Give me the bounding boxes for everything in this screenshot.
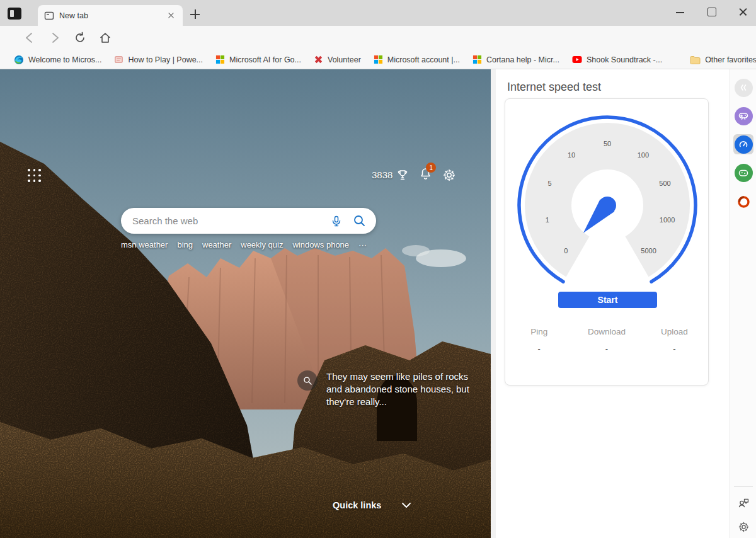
background-photo bbox=[0, 69, 491, 538]
web-search-box[interactable] bbox=[121, 208, 376, 234]
feedback-icon bbox=[738, 497, 750, 509]
speed-test-icon bbox=[738, 139, 748, 149]
titlebar: New tab bbox=[0, 0, 756, 26]
speed-test-panel: Internet speed test 0 1 5 10 50 100 500 … bbox=[496, 69, 730, 538]
sidebar-tool-speed-test[interactable] bbox=[733, 134, 753, 154]
gauge-tick-label: 1000 bbox=[660, 216, 675, 224]
gauge-tick-label: 500 bbox=[659, 180, 670, 187]
start-test-button[interactable]: Start bbox=[558, 292, 657, 308]
tab-title: New tab bbox=[59, 11, 166, 20]
gauge-tick-label: 10 bbox=[568, 151, 575, 159]
edge-favicon-icon bbox=[14, 55, 24, 65]
gauge-tick-label: 1 bbox=[546, 216, 549, 224]
close-button[interactable] bbox=[736, 5, 751, 19]
bookmark-label: How to Play | Powe... bbox=[128, 55, 203, 64]
metric-ping: Ping - bbox=[505, 327, 573, 353]
metric-value: - bbox=[641, 344, 708, 353]
gauge-tick-label: 50 bbox=[604, 140, 611, 147]
sidebar-tool-assistant[interactable] bbox=[733, 163, 753, 183]
bookmark-label: Welcome to Micros... bbox=[28, 55, 101, 64]
gauge-tick-label: 100 bbox=[638, 151, 649, 159]
gear-icon bbox=[738, 521, 750, 533]
gauge-tick-label: 5000 bbox=[641, 247, 656, 255]
metric-label: Ping bbox=[505, 327, 573, 336]
minimize-button[interactable] bbox=[673, 5, 688, 19]
other-favorites-label: Other favorites bbox=[705, 55, 756, 64]
search-submit-icon[interactable] bbox=[353, 214, 366, 227]
bookmarks-bar: Welcome to Micros... How to Play | Powe.… bbox=[0, 50, 756, 69]
maximize-button[interactable] bbox=[704, 5, 719, 19]
forward-icon[interactable] bbox=[48, 31, 62, 45]
metric-value: - bbox=[505, 344, 573, 353]
trending-item[interactable]: windows phone bbox=[292, 240, 349, 249]
new-tab-button[interactable] bbox=[189, 8, 202, 21]
bookmark-item[interactable]: Microsoft account |... bbox=[369, 53, 465, 66]
youtube-favicon-icon bbox=[572, 55, 582, 64]
sidebar-collapse-button[interactable] bbox=[733, 77, 753, 98]
sidebar-settings-button[interactable] bbox=[733, 517, 753, 537]
trending-item[interactable]: bing bbox=[177, 240, 193, 249]
microsoft-favicon-icon bbox=[215, 55, 225, 64]
other-favorites[interactable]: Other favorites bbox=[685, 54, 756, 66]
caption-text: They may seem like piles of rocks and ab… bbox=[326, 370, 478, 408]
toolbar: ⋯ bbox=[0, 26, 756, 50]
bookmark-label: Microsoft AI for Go... bbox=[229, 55, 301, 64]
rewards-counter[interactable]: 3838 bbox=[372, 169, 409, 181]
caption-search-icon[interactable] bbox=[297, 370, 318, 391]
microsoft-favicon-icon bbox=[472, 55, 482, 64]
back-icon[interactable] bbox=[23, 31, 37, 45]
metric-upload: Upload - bbox=[641, 327, 708, 353]
tab-actions-menu-icon[interactable] bbox=[8, 8, 21, 20]
home-icon[interactable] bbox=[98, 31, 112, 45]
sidebar-tool-office[interactable] bbox=[733, 192, 753, 212]
collapse-chevrons-icon bbox=[739, 83, 748, 92]
bookmark-item[interactable]: Welcome to Micros... bbox=[9, 53, 106, 67]
rewards-points: 3838 bbox=[372, 169, 392, 180]
microsoft-favicon-icon bbox=[374, 55, 383, 64]
quick-links-label: Quick links bbox=[333, 500, 381, 510]
speed-gauge: 0 1 5 10 50 100 500 1000 5000 bbox=[505, 99, 709, 288]
bookmark-label: Cortana help - Micr... bbox=[486, 55, 559, 64]
sidebar-tool-games[interactable] bbox=[733, 106, 753, 126]
metrics-row: Ping - Download - Upload - bbox=[505, 327, 708, 353]
web-search-input[interactable] bbox=[132, 215, 330, 226]
rewards-trophy-icon bbox=[396, 169, 409, 181]
ntp-settings-gear-icon[interactable] bbox=[442, 168, 456, 182]
trending-item[interactable]: msn weather bbox=[121, 240, 168, 249]
metric-label: Download bbox=[573, 327, 640, 336]
tab-close-icon[interactable] bbox=[166, 11, 176, 21]
gauge-tick-label: 0 bbox=[564, 247, 568, 255]
tab-favicon-icon bbox=[44, 11, 54, 21]
metric-label: Upload bbox=[641, 327, 708, 336]
notification-badge: 1 bbox=[426, 163, 436, 173]
bookmark-item[interactable]: Cortana help - Micr... bbox=[467, 53, 564, 66]
refresh-icon[interactable] bbox=[73, 31, 87, 45]
edge-sidebar bbox=[730, 69, 756, 538]
page-scrollbar[interactable] bbox=[491, 69, 496, 538]
bookmark-label: Volunteer bbox=[328, 55, 361, 64]
sidebar-feedback-button[interactable] bbox=[733, 493, 753, 513]
sidebar-divider bbox=[734, 486, 753, 487]
chevron-down-icon bbox=[401, 502, 411, 508]
page-layout-icon[interactable] bbox=[28, 169, 42, 183]
quick-links-toggle[interactable]: Quick links bbox=[333, 500, 411, 510]
trending-item[interactable]: weekly quiz bbox=[241, 240, 283, 249]
bookmark-label: Microsoft account |... bbox=[387, 55, 460, 64]
trending-item[interactable]: weather bbox=[202, 240, 231, 249]
robot-icon bbox=[738, 169, 748, 177]
bookmark-item[interactable]: Volunteer bbox=[309, 53, 366, 66]
speed-test-card: 0 1 5 10 50 100 500 1000 5000 Start Ping… bbox=[505, 98, 709, 386]
new-tab-page: 3838 1 bbox=[0, 69, 491, 538]
background-caption[interactable]: They may seem like piles of rocks and ab… bbox=[297, 370, 486, 408]
office-icon bbox=[737, 195, 750, 209]
bookmark-item[interactable]: Microsoft AI for Go... bbox=[210, 53, 306, 66]
doc-favicon-icon bbox=[114, 55, 123, 64]
browser-tab[interactable]: New tab bbox=[38, 5, 183, 26]
notifications-button[interactable]: 1 bbox=[419, 167, 432, 183]
trending-more-icon[interactable]: ··· bbox=[358, 240, 367, 249]
trending-searches: msn weather bing weather weekly quiz win… bbox=[121, 240, 386, 249]
gauge-tick-label: 5 bbox=[547, 180, 551, 187]
voice-search-mic-icon[interactable] bbox=[330, 215, 343, 227]
bookmark-item[interactable]: How to Play | Powe... bbox=[109, 53, 208, 66]
bookmark-item[interactable]: Shook Soundtrack -... bbox=[567, 54, 667, 66]
